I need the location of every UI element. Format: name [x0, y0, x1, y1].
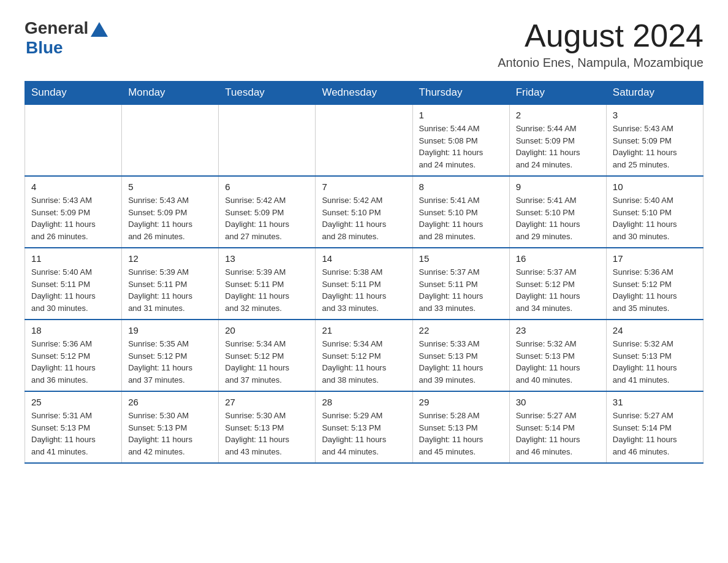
calendar-cell: 29Sunrise: 5:28 AM Sunset: 5:13 PM Dayli… [412, 391, 509, 463]
calendar-cell: 7Sunrise: 5:42 AM Sunset: 5:10 PM Daylig… [316, 176, 412, 248]
weekday-header-monday: Monday [122, 82, 219, 105]
day-number: 2 [516, 110, 600, 120]
day-number: 27 [225, 397, 309, 407]
day-info: Sunrise: 5:44 AM Sunset: 5:08 PM Dayligh… [419, 123, 503, 170]
calendar-cell [316, 104, 412, 176]
day-info: Sunrise: 5:30 AM Sunset: 5:13 PM Dayligh… [225, 410, 309, 458]
day-number: 30 [516, 397, 600, 407]
calendar-week-row: 18Sunrise: 5:36 AM Sunset: 5:12 PM Dayli… [25, 320, 703, 391]
day-info: Sunrise: 5:35 AM Sunset: 5:12 PM Dayligh… [128, 338, 212, 386]
calendar-cell: 8Sunrise: 5:41 AM Sunset: 5:10 PM Daylig… [412, 176, 509, 248]
day-number: 21 [322, 325, 406, 335]
calendar-cell: 2Sunrise: 5:44 AM Sunset: 5:09 PM Daylig… [509, 104, 606, 176]
day-info: Sunrise: 5:33 AM Sunset: 5:13 PM Dayligh… [419, 338, 503, 386]
day-info: Sunrise: 5:37 AM Sunset: 5:11 PM Dayligh… [419, 266, 503, 314]
title-section: August 2024 Antonio Enes, Nampula, Mozam… [498, 18, 703, 70]
calendar-cell: 15Sunrise: 5:37 AM Sunset: 5:11 PM Dayli… [412, 248, 509, 320]
day-info: Sunrise: 5:28 AM Sunset: 5:13 PM Dayligh… [419, 410, 503, 458]
calendar-cell: 26Sunrise: 5:30 AM Sunset: 5:13 PM Dayli… [122, 391, 219, 463]
calendar-cell: 3Sunrise: 5:43 AM Sunset: 5:09 PM Daylig… [606, 104, 703, 176]
day-number: 19 [128, 325, 212, 335]
day-number: 3 [613, 110, 697, 120]
calendar-week-row: 4Sunrise: 5:43 AM Sunset: 5:09 PM Daylig… [25, 176, 703, 248]
logo-general-text: General [25, 18, 88, 38]
day-info: Sunrise: 5:36 AM Sunset: 5:12 PM Dayligh… [31, 338, 115, 386]
day-info: Sunrise: 5:42 AM Sunset: 5:10 PM Dayligh… [322, 194, 406, 242]
calendar-cell: 11Sunrise: 5:40 AM Sunset: 5:11 PM Dayli… [25, 248, 122, 320]
day-info: Sunrise: 5:40 AM Sunset: 5:11 PM Dayligh… [31, 266, 115, 314]
weekday-header-friday: Friday [509, 82, 606, 105]
month-title: August 2024 [498, 18, 703, 53]
day-info: Sunrise: 5:31 AM Sunset: 5:13 PM Dayligh… [31, 410, 115, 458]
calendar-cell: 13Sunrise: 5:39 AM Sunset: 5:11 PM Dayli… [219, 248, 316, 320]
day-number: 23 [516, 325, 600, 335]
day-info: Sunrise: 5:43 AM Sunset: 5:09 PM Dayligh… [128, 194, 212, 242]
calendar-cell: 20Sunrise: 5:34 AM Sunset: 5:12 PM Dayli… [219, 320, 316, 391]
calendar-cell: 22Sunrise: 5:33 AM Sunset: 5:13 PM Dayli… [412, 320, 509, 391]
day-number: 31 [613, 397, 697, 407]
day-number: 28 [322, 397, 406, 407]
day-number: 10 [613, 182, 697, 192]
day-number: 15 [419, 253, 503, 264]
day-number: 4 [31, 182, 115, 192]
calendar-week-row: 1Sunrise: 5:44 AM Sunset: 5:08 PM Daylig… [25, 104, 703, 176]
day-info: Sunrise: 5:42 AM Sunset: 5:09 PM Dayligh… [225, 194, 309, 242]
calendar-cell: 19Sunrise: 5:35 AM Sunset: 5:12 PM Dayli… [122, 320, 219, 391]
day-info: Sunrise: 5:27 AM Sunset: 5:14 PM Dayligh… [613, 410, 697, 458]
calendar-cell: 28Sunrise: 5:29 AM Sunset: 5:13 PM Dayli… [316, 391, 412, 463]
calendar-week-row: 25Sunrise: 5:31 AM Sunset: 5:13 PM Dayli… [25, 391, 703, 463]
day-number: 12 [128, 253, 212, 264]
calendar-cell: 16Sunrise: 5:37 AM Sunset: 5:12 PM Dayli… [509, 248, 606, 320]
day-number: 6 [225, 182, 309, 192]
location-title: Antonio Enes, Nampula, Mozambique [498, 56, 703, 70]
weekday-header-saturday: Saturday [606, 82, 703, 105]
day-info: Sunrise: 5:43 AM Sunset: 5:09 PM Dayligh… [31, 194, 115, 242]
calendar-cell: 17Sunrise: 5:36 AM Sunset: 5:12 PM Dayli… [606, 248, 703, 320]
calendar-cell [122, 104, 219, 176]
day-info: Sunrise: 5:30 AM Sunset: 5:13 PM Dayligh… [128, 410, 212, 458]
day-info: Sunrise: 5:41 AM Sunset: 5:10 PM Dayligh… [419, 194, 503, 242]
weekday-header-thursday: Thursday [412, 82, 509, 105]
day-info: Sunrise: 5:39 AM Sunset: 5:11 PM Dayligh… [225, 266, 309, 314]
day-number: 7 [322, 182, 406, 192]
calendar-cell [25, 104, 122, 176]
day-number: 14 [322, 253, 406, 264]
calendar-cell: 18Sunrise: 5:36 AM Sunset: 5:12 PM Dayli… [25, 320, 122, 391]
day-number: 25 [31, 397, 115, 407]
logo-triangle-icon [91, 22, 108, 37]
day-number: 13 [225, 253, 309, 264]
day-info: Sunrise: 5:39 AM Sunset: 5:11 PM Dayligh… [128, 266, 212, 314]
weekday-header-sunday: Sunday [25, 82, 122, 105]
calendar-header-row: SundayMondayTuesdayWednesdayThursdayFrid… [25, 82, 703, 105]
calendar-cell: 23Sunrise: 5:32 AM Sunset: 5:13 PM Dayli… [509, 320, 606, 391]
day-number: 24 [613, 325, 697, 335]
calendar-cell: 4Sunrise: 5:43 AM Sunset: 5:09 PM Daylig… [25, 176, 122, 248]
day-info: Sunrise: 5:34 AM Sunset: 5:12 PM Dayligh… [225, 338, 309, 386]
day-number: 11 [31, 253, 115, 264]
day-info: Sunrise: 5:36 AM Sunset: 5:12 PM Dayligh… [613, 266, 697, 314]
calendar-cell: 12Sunrise: 5:39 AM Sunset: 5:11 PM Dayli… [122, 248, 219, 320]
calendar-table: SundayMondayTuesdayWednesdayThursdayFrid… [25, 81, 703, 464]
day-info: Sunrise: 5:27 AM Sunset: 5:14 PM Dayligh… [516, 410, 600, 458]
calendar-cell: 31Sunrise: 5:27 AM Sunset: 5:14 PM Dayli… [606, 391, 703, 463]
day-number: 26 [128, 397, 212, 407]
day-number: 20 [225, 325, 309, 335]
day-number: 29 [419, 397, 503, 407]
weekday-header-wednesday: Wednesday [316, 82, 412, 105]
calendar-cell: 10Sunrise: 5:40 AM Sunset: 5:10 PM Dayli… [606, 176, 703, 248]
day-number: 9 [516, 182, 600, 192]
day-info: Sunrise: 5:34 AM Sunset: 5:12 PM Dayligh… [322, 338, 406, 386]
day-info: Sunrise: 5:44 AM Sunset: 5:09 PM Dayligh… [516, 123, 600, 170]
day-info: Sunrise: 5:32 AM Sunset: 5:13 PM Dayligh… [516, 338, 600, 386]
calendar-cell [219, 104, 316, 176]
calendar-cell: 30Sunrise: 5:27 AM Sunset: 5:14 PM Dayli… [509, 391, 606, 463]
day-info: Sunrise: 5:32 AM Sunset: 5:13 PM Dayligh… [613, 338, 697, 386]
day-number: 8 [419, 182, 503, 192]
calendar-cell: 6Sunrise: 5:42 AM Sunset: 5:09 PM Daylig… [219, 176, 316, 248]
calendar-cell: 14Sunrise: 5:38 AM Sunset: 5:11 PM Dayli… [316, 248, 412, 320]
day-number: 5 [128, 182, 212, 192]
calendar-cell: 5Sunrise: 5:43 AM Sunset: 5:09 PM Daylig… [122, 176, 219, 248]
day-info: Sunrise: 5:38 AM Sunset: 5:11 PM Dayligh… [322, 266, 406, 314]
logo-blue-text: Blue [26, 38, 63, 58]
day-number: 1 [419, 110, 503, 120]
